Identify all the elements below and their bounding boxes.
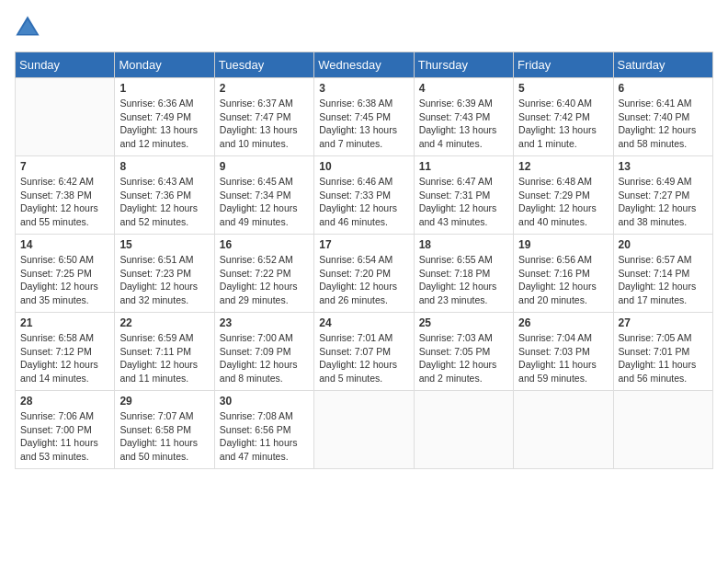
header-tuesday: Tuesday <box>214 52 313 78</box>
logo <box>15 15 44 40</box>
calendar-cell: 24Sunrise: 7:01 AMSunset: 7:07 PMDayligh… <box>314 313 414 391</box>
calendar-cell: 18Sunrise: 6:55 AMSunset: 7:18 PMDayligh… <box>414 235 513 313</box>
day-content: Sunrise: 6:49 AMSunset: 7:27 PMDaylight:… <box>619 175 708 229</box>
day-number: 10 <box>319 160 408 173</box>
day-content: Sunrise: 6:43 AMSunset: 7:36 PMDaylight:… <box>119 175 209 229</box>
day-number: 9 <box>220 160 309 173</box>
day-number: 18 <box>419 238 508 251</box>
day-content: Sunrise: 6:38 AMSunset: 7:45 PMDaylight:… <box>319 97 408 151</box>
day-number: 26 <box>518 316 608 329</box>
day-content: Sunrise: 6:37 AMSunset: 7:47 PMDaylight:… <box>220 97 309 151</box>
day-number: 15 <box>119 238 209 251</box>
calendar-week-5: 28Sunrise: 7:06 AMSunset: 7:00 PMDayligh… <box>16 391 713 469</box>
day-number: 19 <box>518 238 608 251</box>
calendar-cell <box>514 391 613 469</box>
day-number: 24 <box>319 316 408 329</box>
day-content: Sunrise: 6:50 AMSunset: 7:25 PMDaylight:… <box>20 253 109 307</box>
day-number: 2 <box>220 82 309 95</box>
header-friday: Friday <box>514 52 613 78</box>
day-number: 28 <box>20 395 109 408</box>
calendar-body: 1Sunrise: 6:36 AMSunset: 7:49 PMDaylight… <box>16 78 713 469</box>
day-number: 12 <box>518 160 608 173</box>
calendar-cell: 5Sunrise: 6:40 AMSunset: 7:42 PMDaylight… <box>514 78 613 156</box>
day-content: Sunrise: 6:59 AMSunset: 7:11 PMDaylight:… <box>119 331 209 385</box>
day-number: 30 <box>220 395 309 408</box>
day-number: 14 <box>20 238 109 251</box>
calendar-cell: 29Sunrise: 7:07 AMSunset: 6:58 PMDayligh… <box>115 391 214 469</box>
calendar-cell: 9Sunrise: 6:45 AMSunset: 7:34 PMDaylight… <box>214 156 313 235</box>
day-number: 16 <box>220 238 309 251</box>
day-content: Sunrise: 6:45 AMSunset: 7:34 PMDaylight:… <box>220 175 309 229</box>
day-content: Sunrise: 7:00 AMSunset: 7:09 PMDaylight:… <box>220 331 309 385</box>
calendar-cell: 25Sunrise: 7:03 AMSunset: 7:05 PMDayligh… <box>414 313 513 391</box>
calendar-week-4: 21Sunrise: 6:58 AMSunset: 7:12 PMDayligh… <box>16 313 713 391</box>
calendar-cell: 14Sunrise: 6:50 AMSunset: 7:25 PMDayligh… <box>16 235 115 313</box>
day-content: Sunrise: 7:08 AMSunset: 6:56 PMDaylight:… <box>220 409 309 464</box>
header-monday: Monday <box>115 52 214 78</box>
calendar-cell <box>414 391 513 469</box>
calendar-cell: 22Sunrise: 6:59 AMSunset: 7:11 PMDayligh… <box>115 313 214 391</box>
calendar-cell: 4Sunrise: 6:39 AMSunset: 7:43 PMDaylight… <box>414 78 513 156</box>
calendar-cell: 8Sunrise: 6:43 AMSunset: 7:36 PMDaylight… <box>115 156 214 235</box>
day-content: Sunrise: 6:56 AMSunset: 7:16 PMDaylight:… <box>518 253 608 307</box>
calendar-cell: 6Sunrise: 6:41 AMSunset: 7:40 PMDaylight… <box>613 78 712 156</box>
calendar-cell: 11Sunrise: 6:47 AMSunset: 7:31 PMDayligh… <box>414 156 513 235</box>
day-number: 17 <box>319 238 408 251</box>
day-number: 1 <box>119 82 209 95</box>
logo-icon <box>15 15 40 40</box>
day-number: 5 <box>518 82 608 95</box>
day-number: 11 <box>419 160 508 173</box>
calendar-week-2: 7Sunrise: 6:42 AMSunset: 7:38 PMDaylight… <box>16 156 713 235</box>
calendar-header-row: SundayMondayTuesdayWednesdayThursdayFrid… <box>16 52 713 78</box>
calendar-cell: 27Sunrise: 7:05 AMSunset: 7:01 PMDayligh… <box>613 313 712 391</box>
day-content: Sunrise: 6:41 AMSunset: 7:40 PMDaylight:… <box>619 97 708 151</box>
calendar-cell: 17Sunrise: 6:54 AMSunset: 7:20 PMDayligh… <box>314 235 414 313</box>
calendar-cell: 19Sunrise: 6:56 AMSunset: 7:16 PMDayligh… <box>514 235 613 313</box>
header-sunday: Sunday <box>16 52 115 78</box>
day-number: 22 <box>119 316 209 329</box>
calendar-cell: 21Sunrise: 6:58 AMSunset: 7:12 PMDayligh… <box>16 313 115 391</box>
calendar-cell: 12Sunrise: 6:48 AMSunset: 7:29 PMDayligh… <box>514 156 613 235</box>
day-content: Sunrise: 6:39 AMSunset: 7:43 PMDaylight:… <box>419 97 508 151</box>
day-number: 23 <box>220 316 309 329</box>
day-content: Sunrise: 6:46 AMSunset: 7:33 PMDaylight:… <box>319 175 408 229</box>
day-content: Sunrise: 6:42 AMSunset: 7:38 PMDaylight:… <box>20 175 109 229</box>
calendar-cell: 2Sunrise: 6:37 AMSunset: 7:47 PMDaylight… <box>214 78 313 156</box>
day-number: 21 <box>20 316 109 329</box>
calendar-cell: 28Sunrise: 7:06 AMSunset: 7:00 PMDayligh… <box>16 391 115 469</box>
day-content: Sunrise: 6:48 AMSunset: 7:29 PMDaylight:… <box>518 175 608 229</box>
calendar-cell <box>314 391 414 469</box>
calendar-week-1: 1Sunrise: 6:36 AMSunset: 7:49 PMDaylight… <box>16 78 713 156</box>
day-content: Sunrise: 6:51 AMSunset: 7:23 PMDaylight:… <box>119 253 209 307</box>
calendar-cell: 20Sunrise: 6:57 AMSunset: 7:14 PMDayligh… <box>613 235 712 313</box>
page-header <box>15 15 713 40</box>
day-number: 20 <box>619 238 708 251</box>
day-content: Sunrise: 6:40 AMSunset: 7:42 PMDaylight:… <box>518 97 608 151</box>
calendar-cell: 1Sunrise: 6:36 AMSunset: 7:49 PMDaylight… <box>115 78 214 156</box>
day-content: Sunrise: 6:54 AMSunset: 7:20 PMDaylight:… <box>319 253 408 307</box>
day-content: Sunrise: 7:06 AMSunset: 7:00 PMDaylight:… <box>20 409 109 464</box>
day-content: Sunrise: 7:01 AMSunset: 7:07 PMDaylight:… <box>319 331 408 385</box>
calendar-cell: 26Sunrise: 7:04 AMSunset: 7:03 PMDayligh… <box>514 313 613 391</box>
calendar-cell <box>613 391 712 469</box>
header-thursday: Thursday <box>414 52 513 78</box>
calendar-cell: 16Sunrise: 6:52 AMSunset: 7:22 PMDayligh… <box>214 235 313 313</box>
day-number: 27 <box>619 316 708 329</box>
day-content: Sunrise: 7:04 AMSunset: 7:03 PMDaylight:… <box>518 331 608 385</box>
day-content: Sunrise: 6:55 AMSunset: 7:18 PMDaylight:… <box>419 253 508 307</box>
day-number: 4 <box>419 82 508 95</box>
calendar-week-3: 14Sunrise: 6:50 AMSunset: 7:25 PMDayligh… <box>16 235 713 313</box>
day-content: Sunrise: 7:05 AMSunset: 7:01 PMDaylight:… <box>619 331 708 385</box>
calendar-cell: 10Sunrise: 6:46 AMSunset: 7:33 PMDayligh… <box>314 156 414 235</box>
header-saturday: Saturday <box>613 52 712 78</box>
calendar-table: SundayMondayTuesdayWednesdayThursdayFrid… <box>15 52 713 469</box>
day-content: Sunrise: 7:03 AMSunset: 7:05 PMDaylight:… <box>419 331 508 385</box>
day-number: 8 <box>119 160 209 173</box>
calendar-cell: 15Sunrise: 6:51 AMSunset: 7:23 PMDayligh… <box>115 235 214 313</box>
day-number: 25 <box>419 316 508 329</box>
day-number: 7 <box>20 160 109 173</box>
day-number: 6 <box>619 82 708 95</box>
calendar-cell: 30Sunrise: 7:08 AMSunset: 6:56 PMDayligh… <box>214 391 313 469</box>
header-wednesday: Wednesday <box>314 52 414 78</box>
calendar-cell: 7Sunrise: 6:42 AMSunset: 7:38 PMDaylight… <box>16 156 115 235</box>
